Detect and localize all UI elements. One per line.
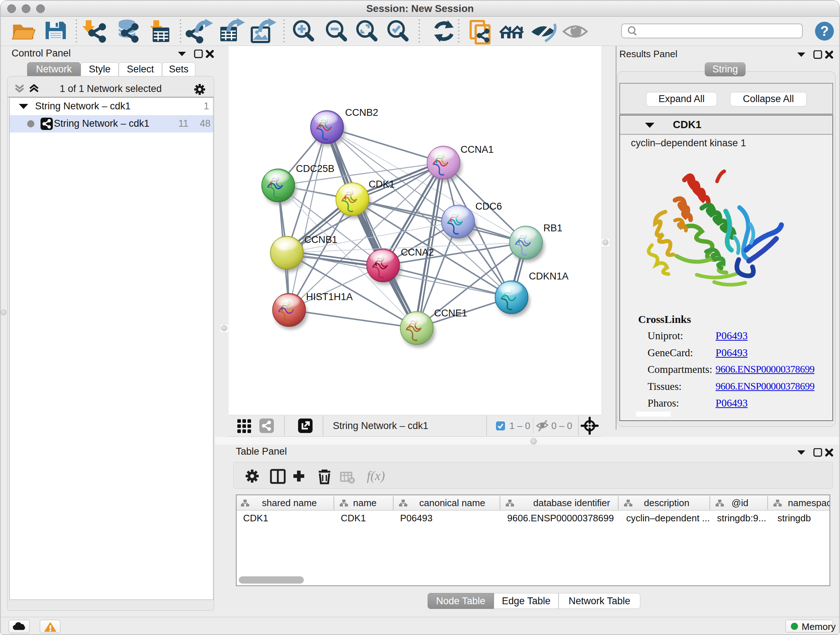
svg-text:HIST1H1A: HIST1H1A — [306, 291, 353, 302]
svg-text:canonical name: canonical name — [419, 497, 485, 508]
svg-text:name: name — [353, 497, 377, 508]
svg-text:CCNB1: CCNB1 — [304, 234, 338, 245]
svg-text:CDC6: CDC6 — [475, 201, 502, 212]
svg-text:f(x): f(x) — [367, 469, 385, 483]
svg-text:namespac: namespac — [788, 497, 829, 508]
svg-text:database identifier: database identifier — [533, 497, 610, 508]
svg-text:CDKN1A: CDKN1A — [529, 271, 569, 282]
svg-text:CDK1: CDK1 — [369, 179, 395, 190]
svg-text:CDC25B: CDC25B — [296, 163, 335, 174]
svg-text:?: ? — [820, 24, 829, 39]
svg-text:0 – 0: 0 – 0 — [551, 420, 572, 431]
svg-text:CCNA2: CCNA2 — [401, 247, 434, 258]
svg-text:CCNB2: CCNB2 — [345, 107, 378, 118]
svg-text:description: description — [644, 497, 690, 508]
svg-text:1 – 0: 1 – 0 — [509, 420, 531, 431]
svg-text:@id: @id — [731, 497, 748, 508]
svg-text:CCNA1: CCNA1 — [461, 144, 494, 155]
svg-text:RB1: RB1 — [543, 223, 562, 233]
svg-text:shared name: shared name — [262, 497, 317, 508]
svg-text:String Network – cdk1: String Network – cdk1 — [333, 420, 428, 431]
svg-text:CCNE1: CCNE1 — [434, 308, 467, 318]
